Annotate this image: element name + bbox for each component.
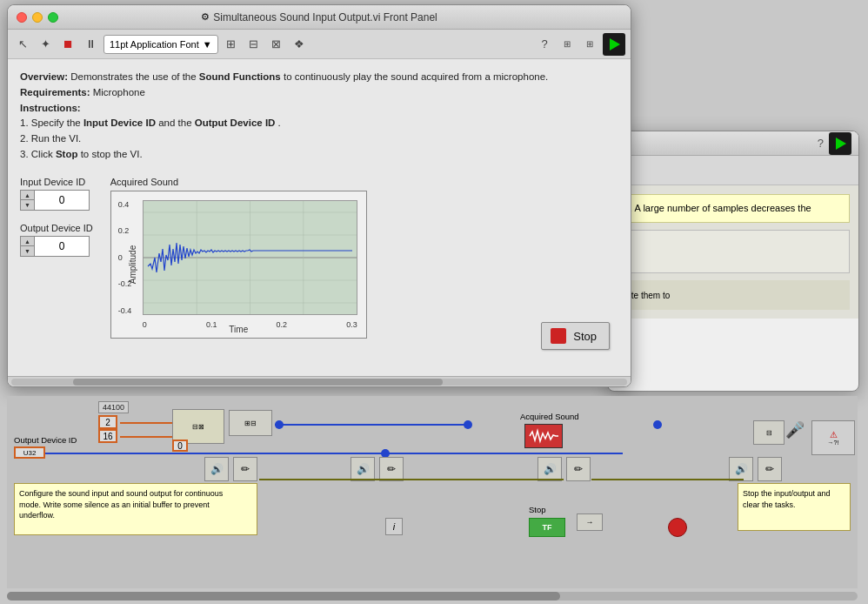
overview-suffix: to continuously play the sound acquired … — [284, 71, 548, 82]
bg-question-icon[interactable]: ? — [818, 137, 824, 150]
stop-button[interactable]: Stop — [541, 322, 610, 350]
minimize-button[interactable] — [32, 12, 43, 23]
diag-mic-icon: 🎤 — [785, 420, 805, 440]
output-device-group: Output Device ID ▲ ▼ 0 — [20, 223, 93, 257]
diag-note-1-text: Configure the sound input and sound outp… — [19, 489, 223, 520]
y-tick-0: 0.4 — [118, 200, 132, 209]
toolbar-right: ? ⊞ ⊞ — [535, 33, 625, 56]
close-button[interactable] — [17, 12, 27, 23]
diag-pencil-1[interactable]: ✏ — [233, 457, 257, 481]
diag-speaker-4[interactable]: 🔊 — [729, 457, 753, 481]
grid-button-1[interactable]: ⊞ — [558, 35, 577, 54]
diag-arrow-block[interactable]: → — [577, 513, 603, 531]
diag-speaker-3[interactable]: 🔊 — [537, 457, 562, 481]
diag-zero-const[interactable]: 0 — [172, 440, 188, 452]
desc-line-overview: Overview: Demonstrates the use of the So… — [20, 70, 618, 85]
font-dropdown[interactable]: 11pt Application Font ▼ — [103, 35, 218, 54]
diag-waveform-svg — [528, 427, 559, 445]
reorder-button[interactable]: ❖ — [290, 35, 309, 54]
diag-func-right-1[interactable]: ⊟ — [753, 420, 785, 445]
y-tick-labels: 0.4 0.2 0 -0.2 -0.4 — [118, 200, 132, 315]
wire-orange-1 — [120, 422, 172, 424]
output-device-value[interactable]: 0 — [35, 237, 89, 256]
diag-waveform-display[interactable] — [524, 424, 563, 448]
description-area: Overview: Demonstrates the use of the So… — [20, 70, 618, 163]
requirements-value: Microphone — [93, 87, 145, 97]
desc-line-instructions: Instructions: — [20, 101, 618, 117]
front-panel-window: ⚙ Simultaneous Sound Input Output.vi Fro… — [7, 4, 631, 387]
output-decrement-btn[interactable]: ▼ — [21, 246, 34, 256]
diag-tf-box[interactable]: TF — [529, 518, 565, 537]
diag-pencil-4[interactable]: ✏ — [758, 457, 782, 481]
wire-olive-1 — [259, 479, 564, 480]
input-device-value[interactable]: 0 — [35, 191, 89, 210]
window-title: Simultaneous Sound Input Output.vi Front… — [213, 11, 437, 23]
input-decrement-btn[interactable]: ▼ — [21, 200, 34, 210]
align-button[interactable]: ⊞ — [222, 35, 241, 54]
diag-num-2[interactable]: 2 — [98, 415, 117, 429]
output-device-label: Output Device ID — [20, 223, 93, 233]
terminal-1 — [275, 420, 284, 429]
input-increment-btn[interactable]: ▲ — [21, 191, 34, 201]
cursor-tool-button[interactable]: ↖ — [13, 35, 32, 54]
bg-window-content: d. A large number of samples decreases t… — [608, 185, 858, 319]
distribute-button[interactable]: ⊟ — [244, 35, 264, 54]
font-label: 11pt Application Font — [110, 39, 199, 50]
diag-stop-label: Stop — [529, 505, 546, 514]
overview-label: Overview: — [20, 71, 68, 82]
diag-pencil-2[interactable]: ✏ — [379, 457, 404, 481]
sound-functions-label: Sound Functions — [199, 71, 281, 82]
output-spinner-btns: ▲ ▼ — [21, 237, 35, 256]
run-button[interactable] — [603, 33, 625, 56]
diag-func-block-1[interactable]: ⊟⊠ — [172, 409, 224, 444]
pause-button[interactable]: ⏸ — [81, 35, 100, 54]
bg-note-1: d. A large number of samples decreases t… — [617, 194, 850, 223]
diag-func-block-2[interactable]: ⊞⊟ — [229, 410, 272, 436]
bg-window-titlebar: ? — [608, 131, 858, 156]
wand-tool-button[interactable]: ✦ — [36, 35, 55, 54]
input-spinner-btns: ▲ ▼ — [21, 191, 35, 210]
diag-speaker-1[interactable]: 🔊 — [204, 457, 229, 481]
overview-text: Demonstrates the use of the — [70, 71, 199, 82]
output-device-control: ▲ ▼ 0 — [20, 236, 90, 257]
window-controls — [17, 12, 58, 23]
instructions-label: Instructions: — [20, 103, 81, 113]
stop-icon — [551, 328, 566, 344]
wire-olive-2 — [591, 479, 744, 480]
bg-text-area — [617, 230, 850, 273]
resize-button[interactable]: ⊠ — [267, 35, 286, 54]
bg-window: ? d. A large number of samples decreases… — [607, 131, 859, 392]
bg-run-button[interactable] — [829, 132, 851, 155]
diag-num-16[interactable]: 16 — [98, 429, 117, 443]
chart-wrapper[interactable]: Amplitude 0.4 0.2 0 -0.2 -0.4 — [110, 191, 367, 339]
x-axis-label: Time — [229, 325, 248, 334]
main-h-scrollbar[interactable] — [7, 592, 858, 601]
title-bar: ⚙ Simultaneous Sound Input Output.vi Fro… — [8, 5, 631, 30]
output-increment-btn[interactable]: ▲ — [21, 237, 34, 247]
chart-title: Acquired Sound — [110, 177, 367, 187]
x-tick-1: 0.1 — [206, 320, 217, 329]
grid-button-2[interactable]: ⊞ — [580, 35, 599, 54]
y-tick-4: -0.4 — [118, 306, 132, 315]
diag-info-box[interactable]: i — [385, 518, 403, 535]
diag-stop-circle[interactable] — [668, 518, 687, 537]
stop-tool-button[interactable]: ⏹ — [58, 35, 77, 54]
diag-note-2: Stop the input/output and clear the task… — [738, 483, 851, 531]
stop-label: Stop — [573, 330, 597, 343]
chart-inner — [143, 200, 357, 315]
y-tick-3: -0.2 — [118, 279, 132, 288]
panel-scrollbar[interactable] — [8, 376, 631, 386]
diag-speaker-2[interactable]: 🔊 — [351, 457, 375, 481]
maximize-button[interactable] — [48, 12, 58, 23]
diag-error-block[interactable]: ⚠ →?! — [811, 420, 855, 455]
scrollbar-track — [11, 379, 627, 386]
y-tick-2: 0 — [118, 253, 132, 262]
terminal-3 — [653, 420, 662, 429]
diag-pencil-3[interactable]: ✏ — [566, 457, 591, 481]
input-device-group: Input Device ID ▲ ▼ 0 — [20, 177, 93, 211]
scrollbar-thumb — [73, 379, 443, 386]
x-tick-3: 0.3 — [346, 320, 357, 329]
diag-note-1: Configure the sound input and sound outp… — [14, 483, 257, 535]
chart-svg — [144, 201, 357, 314]
help-button[interactable]: ? — [535, 35, 554, 54]
